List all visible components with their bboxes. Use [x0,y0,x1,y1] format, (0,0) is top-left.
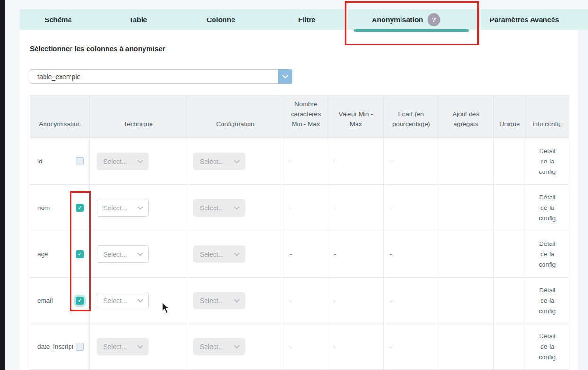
detail-config-link[interactable]: Détail de la config [526,278,569,324]
table-row-cell-technique: Select... [90,278,187,324]
chevron-down-icon [137,297,143,302]
table-row-cell-technique: Select... [90,185,187,231]
chevron-down-icon [137,158,143,163]
sidebar-text-fragment [2,43,5,47]
cell-nombre-caracteres: - [284,185,328,231]
cell-ecart: - [384,231,438,278]
column-header: Valeur Min - Max [328,95,384,138]
configuration-select[interactable]: Select... [193,292,245,309]
table-select[interactable]: table_exemple [30,69,292,84]
column-header: Configuration [187,95,284,138]
tab-label: Schéma [45,16,72,24]
cell-ecart: - [384,324,438,370]
cell-valeur-min-max: - [328,185,384,231]
page-gutter-top [5,0,588,9]
technique-select[interactable]: Select... [97,199,149,217]
anonymise-checkbox[interactable] [76,343,84,351]
anonymise-checkbox[interactable]: ✔ [76,204,84,212]
anonymise-checkbox[interactable]: ✔ [76,250,84,258]
chevron-down-icon [234,158,239,163]
collapsed-sidebar-strip [0,0,5,370]
technique-select[interactable]: Select... [97,153,149,170]
tab-label: Colonne [207,16,235,24]
sidebar-text-fragment [2,131,5,135]
chevron-down-icon [137,204,143,209]
cell-unique [494,231,526,278]
tab-colonne[interactable]: Colonne [179,9,262,30]
cell-unique [494,278,526,324]
detail-config-link[interactable]: Détail de la config [526,185,569,231]
tab-parametres-avances[interactable]: Paramètres Avancés [461,9,588,30]
table-row-cell-configuration: Select... [187,185,284,231]
cell-valeur-min-max: - [328,138,384,185]
chevron-down-icon [234,251,239,256]
sidebar-text-fragment [2,89,5,93]
cell-valeur-min-max: - [328,278,384,324]
technique-select[interactable]: Select... [97,338,149,355]
check-icon: ✔ [78,252,82,257]
chevron-down-icon [282,72,288,79]
tab-filtre[interactable]: Filtre [262,9,351,30]
column-name: email [37,297,73,304]
cell-ajout-agregats [438,138,494,185]
table-row-cell-configuration: Select... [187,278,284,324]
cell-ajout-agregats [438,231,494,278]
check-icon: ✔ [78,298,82,303]
tab-table[interactable]: Table [97,9,179,30]
column-header: Technique [90,95,187,138]
column-header: info config [526,95,569,138]
cell-ecart: - [384,185,438,231]
tab-label: Filtre [298,16,316,24]
configuration-select[interactable]: Select... [193,245,245,263]
cell-nombre-caracteres: - [284,231,328,278]
column-name: nom [37,204,73,211]
cell-unique [494,324,526,370]
chevron-down-icon [234,343,239,348]
cell-unique [494,138,526,185]
configuration-select[interactable]: Select... [193,153,245,170]
table-row-cell-name: id [30,138,90,185]
detail-config-link[interactable]: Détail de la config [526,138,569,185]
cell-nombre-caracteres: - [284,324,328,370]
table-row-cell-name: nom ✔ [30,185,90,231]
cell-nombre-caracteres: - [284,278,328,324]
table-row-cell-technique: Select... [90,324,187,370]
tab-schema[interactable]: Schéma [20,9,97,30]
tab-label: Paramètres Avancés [490,16,559,24]
table-row-cell-technique: Select... [90,138,187,185]
check-icon: ✔ [78,205,82,210]
table-row-cell-configuration: Select... [187,324,284,370]
table-select-dropdown-button[interactable] [278,69,292,84]
chevron-down-icon [137,343,143,348]
chevron-down-icon [234,297,239,302]
tab-anonymisation[interactable]: Anonymisation ? [351,9,461,30]
cell-ajout-agregats [438,324,494,370]
table-row-cell-name: email ✔ [30,278,90,324]
anonymise-checkbox[interactable] [76,157,84,165]
cell-ajout-agregats [438,278,494,324]
table-row-cell-configuration: Select... [187,138,284,185]
wizard-tab-bar: Schéma Table Colonne Filtre Anonymisatio… [20,9,588,30]
configuration-select[interactable]: Select... [193,338,245,355]
cell-valeur-min-max: - [328,231,384,278]
table-select-value: table_exemple [30,73,278,81]
page-gutter-right [578,30,588,370]
column-header: Nombre caractères Min - Max [284,95,328,138]
column-name: id [37,158,73,165]
anonymise-checkbox[interactable]: ✔ [76,297,84,305]
configuration-select[interactable]: Select... [193,199,245,217]
technique-select[interactable]: Select... [97,292,149,309]
table-row-cell-name: age ✔ [30,231,90,278]
help-icon[interactable]: ? [428,13,440,26]
detail-config-link[interactable]: Détail de la config [526,324,569,370]
column-header: Anonymisation [30,95,90,138]
column-header: Ajout des agrégats [438,95,494,138]
anonymisation-table: Anonymisation Technique Configuration No… [30,95,569,370]
active-tab-underline [354,29,469,32]
tab-label: Table [129,16,147,24]
table-row-cell-name: date_inscription [30,324,90,370]
column-name: age [37,251,73,258]
detail-config-link[interactable]: Détail de la config [526,231,569,278]
technique-select[interactable]: Select... [97,245,149,263]
cell-nombre-caracteres: - [284,138,328,185]
